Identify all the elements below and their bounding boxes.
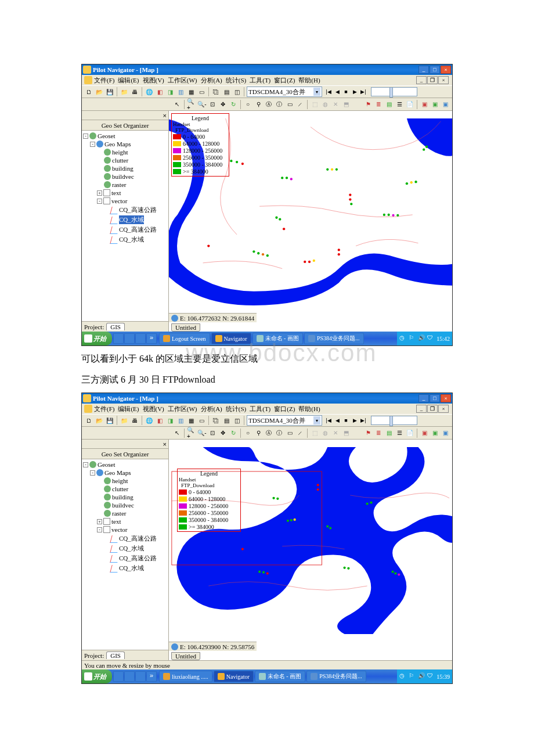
copy-icon[interactable]: ⿻ — [211, 87, 221, 96]
tray-icon[interactable]: ◷ — [399, 334, 407, 343]
menu-tools[interactable]: 工具(T) — [250, 76, 270, 85]
zoom-in-icon[interactable]: 🔍+ — [187, 100, 196, 109]
snap-icon[interactable]: ▣ — [420, 100, 429, 109]
zoom-sel-icon[interactable]: ⊡ — [208, 100, 217, 109]
map-tab[interactable]: Untitled — [171, 323, 200, 332]
start-button[interactable]: 开始 — [82, 669, 112, 683]
tray-icon[interactable]: 🔊 — [418, 334, 426, 343]
title-bar[interactable]: Pilot Navigator - [Map ] _ □ × — [82, 64, 452, 75]
zoom-out-icon[interactable]: 🔍- — [197, 100, 207, 109]
task-navigator[interactable]: Navigator — [211, 333, 251, 344]
print-icon[interactable]: 🖶 — [130, 416, 139, 425]
layer-tree[interactable]: -Geoset -Geo Maps height clutter buildin… — [82, 131, 168, 321]
system-tray[interactable]: ◷⚐🔊🛡 15:39 — [397, 669, 452, 683]
task-paint[interactable]: 未命名 - 画图 — [252, 333, 303, 344]
last-button[interactable]: ▶| — [359, 88, 367, 96]
grid-icon[interactable]: ▦ — [186, 87, 196, 96]
task-navigator[interactable]: Navigator — [214, 671, 254, 682]
task-paint[interactable]: 未命名 - 画图 — [255, 671, 305, 682]
chart-icon[interactable]: ▥ — [176, 87, 185, 96]
layer-icon[interactable]: ▤ — [222, 87, 231, 96]
ql-ie-icon[interactable] — [124, 333, 135, 344]
minimize-button[interactable]: _ — [418, 394, 429, 402]
play-button[interactable]: ▶ — [351, 88, 359, 96]
dataset-combo[interactable]: TDSCDMA4_30合并▾ — [247, 415, 322, 426]
ql-media-icon[interactable] — [135, 333, 146, 344]
maximize-button[interactable]: □ — [430, 394, 440, 402]
task-logout[interactable]: Logout Screen — [159, 333, 210, 344]
child-minimize[interactable]: _ — [416, 76, 427, 84]
ident-icon[interactable]: ⓘ — [275, 100, 284, 109]
globe-icon[interactable]: 🌐 — [145, 87, 154, 96]
menu-help[interactable]: 帮助(H) — [298, 76, 320, 85]
pin-icon[interactable]: ⚲ — [254, 100, 263, 109]
win-icon[interactable]: ▭ — [197, 87, 206, 96]
pan-icon[interactable]: ✥ — [218, 100, 228, 109]
task-user[interactable]: liuxiaoliang ..... — [159, 671, 212, 682]
folder-icon[interactable]: 📁 — [120, 416, 129, 425]
folder2-icon[interactable]: ▣ — [441, 100, 450, 109]
tray-icon[interactable]: ⚐ — [409, 334, 417, 343]
start-button[interactable]: 开始 — [82, 332, 112, 345]
progress-slider[interactable] — [371, 87, 417, 96]
first-button[interactable]: |◀ — [324, 88, 333, 96]
note-icon[interactable]: 📄 — [405, 100, 414, 109]
map-legend[interactable]: Legend Handset FTP_Download 0 - 64000 64… — [171, 113, 229, 177]
prev-button[interactable]: ◀ — [333, 88, 341, 96]
child-minimize[interactable]: _ — [416, 405, 427, 413]
info-icon[interactable]: ○ — [243, 100, 252, 109]
flag-icon[interactable]: ⚑ — [363, 100, 373, 109]
pointer-icon[interactable]: ↖ — [172, 429, 182, 438]
save-icon[interactable]: 💾 — [105, 87, 114, 96]
new-icon[interactable]: 🗋 — [84, 416, 93, 425]
menu-file[interactable]: 文件(F) — [94, 76, 114, 85]
task-doc[interactable]: PS384业务问题... — [304, 333, 364, 344]
menu-stats[interactable]: 统计(S) — [226, 76, 246, 85]
stop-button[interactable]: ■ — [342, 88, 350, 96]
title-bar[interactable]: Pilot Navigator - [Map ] _ □ × — [82, 393, 452, 404]
save-icon[interactable]: 💾 — [105, 416, 114, 425]
new-icon[interactable]: 🗋 — [84, 87, 93, 96]
refresh-icon[interactable]: ↻ — [229, 100, 238, 109]
panel-close-icon[interactable]: × — [163, 112, 167, 119]
menu-window[interactable]: 窗口(Z) — [274, 76, 295, 85]
tool-b-icon[interactable]: ◨ — [165, 87, 175, 96]
map-view-1[interactable]: Legend Handset FTP_Download 0 - 64000 64… — [169, 111, 452, 332]
dataset-combo[interactable]: TDSCDMA4_30合并 ▾ — [247, 87, 322, 97]
child-restore[interactable]: ❐ — [427, 405, 438, 413]
progress-slider[interactable] — [371, 416, 417, 425]
layers-icon[interactable]: ▤ — [384, 100, 394, 109]
maximize-button[interactable]: □ — [430, 66, 440, 74]
open-icon[interactable]: 📂 — [95, 87, 104, 96]
panel-icon[interactable]: ◫ — [232, 87, 241, 96]
system-tray[interactable]: ◷ ⚐ 🔊 🛡 15:42 — [397, 332, 452, 345]
ruler-icon[interactable]: ⟋ — [295, 100, 305, 109]
menu-analyze[interactable]: 分析(A) — [201, 76, 222, 85]
menu-work[interactable]: 工作区(W) — [168, 76, 197, 85]
legend-icon[interactable]: ☰ — [395, 100, 404, 109]
pointer-icon[interactable]: ↖ — [172, 100, 182, 109]
label-icon[interactable]: Ⓐ — [264, 100, 273, 109]
t4-icon[interactable]: ⬒ — [341, 100, 351, 109]
child-close[interactable]: × — [438, 405, 449, 413]
task-doc[interactable]: PS384业务问题... — [306, 671, 366, 682]
pic-icon[interactable]: ▣ — [430, 100, 439, 109]
map-legend[interactable]: Legend Handset FTP_Download 0 - 64000 64… — [177, 469, 241, 532]
layer-tree[interactable]: -Geoset -Geo Maps height clutter buildin… — [82, 459, 168, 650]
slider-thumb[interactable] — [389, 87, 393, 98]
panel-close-icon[interactable]: × — [163, 441, 167, 448]
t3-icon[interactable]: ✕ — [331, 100, 340, 109]
close-button[interactable]: × — [441, 394, 451, 402]
ql-more-icon[interactable]: » — [146, 333, 157, 344]
menu-view[interactable]: 视图(V) — [143, 76, 164, 85]
tray-icon[interactable]: 🛡 — [427, 334, 435, 343]
project-tab[interactable]: GIS — [106, 323, 125, 330]
print-icon[interactable]: 🖶 — [130, 87, 139, 96]
child-close[interactable]: × — [438, 76, 449, 84]
close-button[interactable]: × — [441, 66, 451, 74]
stack-icon[interactable]: ≣ — [374, 100, 383, 109]
child-restore[interactable]: ❐ — [427, 76, 438, 84]
tool-a-icon[interactable]: ◧ — [155, 87, 164, 96]
t1-icon[interactable]: ⬚ — [310, 100, 319, 109]
globe-icon[interactable]: 🌐 — [145, 416, 154, 425]
